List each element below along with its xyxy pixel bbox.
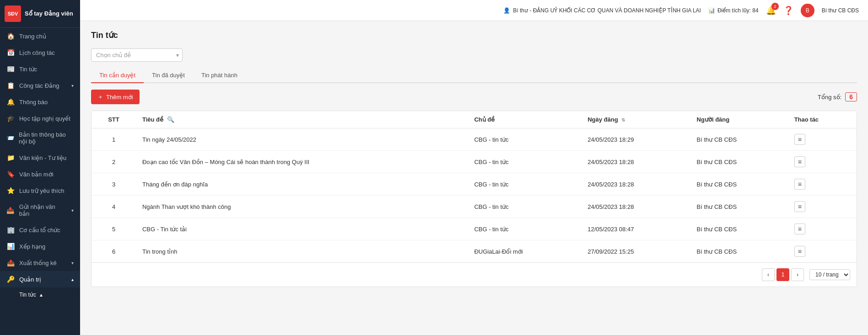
table-row: 4 Ngành Than vượt khó thành công CBG - t… — [92, 196, 857, 218]
main-area: 👤 Bí thư - ĐẢNG UỶ KHỐI CÁC CƠ QUAN VÀ D… — [80, 0, 868, 335]
cell-date: 24/05/2023 18:28 — [581, 196, 690, 218]
sort-icon: ⇅ — [621, 117, 625, 122]
cell-topic: CBG - tin tức — [468, 151, 581, 173]
tab-tin-phat-hanh[interactable]: Tin phát hành — [193, 68, 246, 83]
cell-date: 27/09/2022 15:25 — [581, 240, 690, 263]
notification-button[interactable]: 🔔 2 — [766, 5, 776, 16]
chevron-down-icon: ▾ — [71, 261, 74, 266]
cell-date: 24/05/2023 18:28 — [581, 173, 690, 196]
sidebar-item-van-kien[interactable]: 📁 Văn kiện - Tư liệu — [0, 149, 80, 166]
add-button-label: Thêm mới — [106, 94, 133, 101]
row-action-button[interactable]: ≡ — [794, 223, 805, 234]
sidebar-item-label: Tin tức — [19, 66, 37, 73]
news-icon: 📰 — [6, 65, 15, 73]
sidebar-item-label: Văn bản mới — [19, 171, 54, 178]
data-table-wrapper: STT Tiêu đề 🔍 Chủ đề Ngày đăng ⇅ Người đ… — [91, 111, 857, 287]
chevron-up-icon: ▴ — [71, 277, 74, 282]
page-1-button[interactable]: 1 — [776, 268, 789, 281]
calendar-icon: 📅 — [6, 49, 15, 56]
row-action-button[interactable]: ≡ — [794, 156, 805, 167]
cell-author: Bí thư CB CĐS — [690, 218, 788, 240]
total-count: Tổng số: 6 — [818, 92, 857, 101]
cell-topic: CBG - tin tức — [468, 173, 581, 196]
sidebar-item-ban-tin[interactable]: 📨 Bản tin thông báo nội bộ — [0, 127, 80, 149]
row-action-button[interactable]: ≡ — [794, 179, 805, 190]
sidebar-item-label: Công tác Đảng — [19, 82, 59, 89]
cell-stt: 3 — [92, 173, 136, 196]
page-size-select[interactable]: 10 / trang — [809, 269, 850, 280]
prev-page-button[interactable]: ‹ — [762, 268, 775, 281]
sidebar-item-label: Gửi nhận văn bản — [19, 203, 67, 217]
org-icon: 🏢 — [6, 226, 15, 234]
sidebar-item-quan-tri[interactable]: 🔑 Quản trị ▴ — [0, 271, 80, 287]
cell-action: ≡ — [788, 196, 857, 218]
next-page-button[interactable]: › — [791, 268, 804, 281]
study-icon: 🎓 — [6, 115, 15, 122]
sidebar-item-lich-cong-tac[interactable]: 📅 Lịch công tác — [0, 44, 80, 61]
cell-author: Bí thư CB CĐS — [690, 240, 788, 263]
cell-topic: ĐUGiaLai-Đổi mới — [468, 240, 581, 263]
sidebar-item-trang-chu[interactable]: 🏠 Trang chủ — [0, 28, 80, 44]
table-row: 6 Tin trong tỉnh ĐUGiaLai-Đổi mới 27/09/… — [92, 240, 857, 263]
sidebar-menu: 🏠 Trang chủ 📅 Lịch công tác 📰 Tin tức 📋 … — [0, 28, 80, 335]
sidebar: SĐV Sổ tay Đảng viên 🏠 Trang chủ 📅 Lịch … — [0, 0, 80, 335]
header-avatar-label: Bí thư CB CĐS — [822, 7, 859, 14]
logo-text: Sổ tay Đảng viên — [25, 10, 73, 18]
sidebar-logo[interactable]: SĐV Sổ tay Đảng viên — [0, 0, 80, 28]
chevron-up-icon: ▴ — [40, 292, 43, 298]
cell-title: CBG - Tin tức tải — [136, 218, 468, 240]
user-icon: 👤 — [503, 7, 510, 14]
count-badge: 6 — [845, 92, 857, 101]
col-action: Thao tác — [788, 111, 857, 128]
cell-action: ≡ — [788, 151, 857, 173]
col-stt: STT — [92, 111, 136, 128]
sidebar-item-cong-tac-dang[interactable]: 📋 Công tác Đảng ▾ — [0, 77, 80, 94]
cell-stt: 6 — [92, 240, 136, 263]
cell-topic: CBG - tin tức — [468, 128, 581, 151]
sidebar-item-co-cau[interactable]: 🏢 Cơ cấu tổ chức — [0, 222, 80, 238]
header-user: 👤 Bí thư - ĐẢNG UỶ KHỐI CÁC CƠ QUAN VÀ D… — [503, 7, 701, 14]
cell-title: Tin ngày 24/05/2022 — [136, 128, 468, 151]
sidebar-item-label: Học tập nghị quyết — [19, 115, 70, 122]
sidebar-item-gui-nhan[interactable]: 📤 Gửi nhận văn bản ▾ — [0, 199, 80, 222]
sidebar-item-van-ban-moi[interactable]: 🔖 Văn bản mới — [0, 166, 80, 182]
col-title: Tiêu đề 🔍 — [136, 111, 468, 128]
sidebar-item-label: Văn kiện - Tư liệu — [19, 154, 66, 161]
table-row: 3 Tháng đền ơn đáp nghĩa CBG - tin tức 2… — [92, 173, 857, 196]
cell-stt: 5 — [92, 218, 136, 240]
row-action-button[interactable]: ≡ — [794, 134, 805, 145]
sidebar-item-label: Lưu trữ yêu thích — [19, 187, 64, 194]
sidebar-item-label: Xuất thống kê — [19, 260, 57, 266]
sidebar-item-hoc-tap[interactable]: 🎓 Học tập nghị quyết — [0, 110, 80, 127]
tab-tin-da-duyet[interactable]: Tin đã duyệt — [144, 68, 193, 83]
row-action-button[interactable]: ≡ — [794, 246, 805, 257]
chevron-down-icon: ▾ — [71, 208, 74, 213]
notification-badge: 2 — [771, 3, 779, 10]
row-action-button[interactable]: ≡ — [794, 201, 805, 212]
sidebar-item-xep-hang[interactable]: 📊 Xếp hạng — [0, 238, 80, 255]
add-button[interactable]: ＋ Thêm mới — [91, 90, 140, 104]
header: 👤 Bí thư - ĐẢNG UỶ KHỐI CÁC CƠ QUAN VÀ D… — [80, 0, 868, 21]
logo-icon: SĐV — [5, 5, 21, 22]
cell-title: Đoạn cao tốc Vân Đồn – Móng Cái sẽ hoàn … — [136, 151, 468, 173]
sidebar-item-luu-tru[interactable]: ⭐ Lưu trữ yêu thích — [0, 182, 80, 199]
sidebar-item-tin-tuc[interactable]: 📰 Tin tức — [0, 61, 80, 77]
cell-date: 24/05/2023 18:29 — [581, 128, 690, 151]
cell-author: Bí thư CB CĐS — [690, 128, 788, 151]
title-search-icon[interactable]: 🔍 — [167, 116, 174, 123]
sidebar-item-xuat-thong-ke[interactable]: 📤 Xuất thống kê ▾ — [0, 255, 80, 271]
toolbar: ＋ Thêm mới Tổng số: 6 — [91, 90, 857, 104]
tab-tin-can-duyet[interactable]: Tin cần duyệt — [91, 68, 144, 83]
sidebar-item-label: Quản trị — [19, 276, 41, 283]
cell-title: Ngành Than vượt khó thành công — [136, 196, 468, 218]
send-icon: 📤 — [6, 207, 15, 214]
topic-filter[interactable]: Chọn chủ đề — [91, 48, 183, 62]
content-area: Tin tức Chọn chủ đề Tin cần duyệt Tin đã… — [80, 21, 868, 335]
sidebar-item-thong-bao[interactable]: 🔔 Thông báo — [0, 94, 80, 110]
avatar[interactable]: B — [801, 4, 814, 17]
score-icon: 📊 — [708, 7, 715, 14]
cell-date: 24/05/2023 18:28 — [581, 151, 690, 173]
help-icon[interactable]: ❓ — [783, 5, 793, 16]
sidebar-sub-item-tin-tuc[interactable]: Tin tức ▴ — [0, 287, 80, 302]
col-date[interactable]: Ngày đăng ⇅ — [581, 111, 690, 128]
